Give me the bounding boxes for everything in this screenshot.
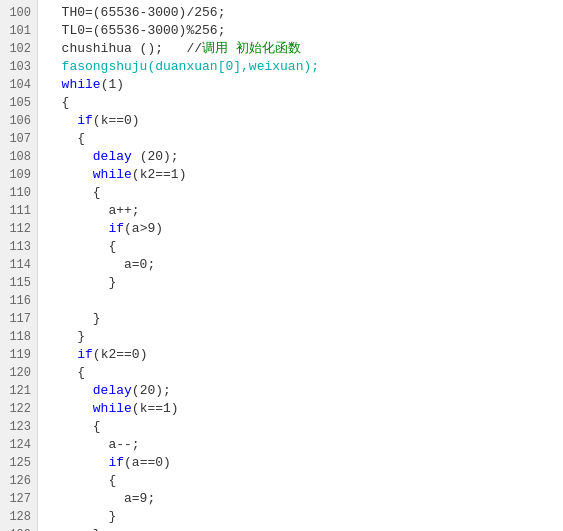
code-line: { — [46, 238, 555, 256]
token-kw: while — [93, 167, 132, 182]
token-kw: delay — [93, 383, 132, 398]
token-kw: delay — [93, 149, 132, 164]
token-nm: (k2==1) — [132, 167, 187, 182]
token-nm: { — [46, 473, 116, 488]
code-line: { — [46, 364, 555, 382]
line-number: 117 — [6, 310, 31, 328]
line-number: 111 — [6, 202, 31, 220]
line-number: 100 — [6, 4, 31, 22]
code-line: { — [46, 418, 555, 436]
line-number: 115 — [6, 274, 31, 292]
code-line: a--; — [46, 436, 555, 454]
token-nm: { — [46, 95, 69, 110]
code-line: { — [46, 130, 555, 148]
line-number: 105 — [6, 94, 31, 112]
token-nm: a=9; — [46, 491, 155, 506]
line-number: 104 — [6, 76, 31, 94]
code-line: } — [46, 526, 555, 531]
token-nm: } — [46, 329, 85, 344]
token-nm — [46, 347, 77, 362]
code-editor: 1001011021031041051061071081091101111121… — [0, 0, 563, 531]
code-line: delay(20); — [46, 382, 555, 400]
token-nm: (k2==0) — [93, 347, 148, 362]
line-number: 124 — [6, 436, 31, 454]
token-nm: (k==1) — [132, 401, 179, 416]
token-nm: (20); — [132, 149, 179, 164]
token-nm: { — [46, 185, 101, 200]
token-kw: if — [108, 221, 124, 236]
line-number: 114 — [6, 256, 31, 274]
code-line: } — [46, 328, 555, 346]
code-line: TL0=(65536-3000)%256; — [46, 22, 555, 40]
code-line: while(k2==1) — [46, 166, 555, 184]
token-nm — [46, 167, 93, 182]
code-line: fasongshuju(duanxuan[0],weixuan); — [46, 58, 555, 76]
token-nm: a++; — [46, 203, 140, 218]
token-nm: (1) — [101, 77, 124, 92]
line-number: 107 — [6, 130, 31, 148]
code-line: a=0; — [46, 256, 555, 274]
token-cm: 调用 初始化函数 — [202, 41, 301, 56]
code-line: if(k2==0) — [46, 346, 555, 364]
code-line: { — [46, 94, 555, 112]
token-nm: { — [46, 419, 101, 434]
token-kw: while — [62, 77, 101, 92]
token-fn: fasongshuju(duanxuan[0],weixuan); — [46, 59, 319, 74]
code-line: { — [46, 472, 555, 490]
line-number: 128 — [6, 508, 31, 526]
line-number: 103 — [6, 58, 31, 76]
code-line: while(1) — [46, 76, 555, 94]
code-line: chushihua (); //调用 初始化函数 — [46, 40, 555, 58]
line-number: 126 — [6, 472, 31, 490]
line-number: 122 — [6, 400, 31, 418]
line-number: 120 — [6, 364, 31, 382]
line-number: 102 — [6, 40, 31, 58]
token-nm — [46, 383, 93, 398]
token-nm: { — [46, 365, 85, 380]
token-nm — [46, 455, 108, 470]
code-line: } — [46, 508, 555, 526]
code-line: { — [46, 184, 555, 202]
code-line: } — [46, 310, 555, 328]
code-line: a++; — [46, 202, 555, 220]
code-line: while(k==1) — [46, 400, 555, 418]
line-number: 113 — [6, 238, 31, 256]
token-nm — [46, 401, 93, 416]
token-nm: a--; — [46, 437, 140, 452]
code-line: delay (20); — [46, 148, 555, 166]
token-nm: (a==0) — [124, 455, 171, 470]
line-number: 116 — [6, 292, 31, 310]
line-number-gutter: 1001011021031041051061071081091101111121… — [0, 0, 38, 531]
token-nm: a=0; — [46, 257, 155, 272]
line-number: 127 — [6, 490, 31, 508]
token-nm: (a>9) — [124, 221, 163, 236]
line-number: 121 — [6, 382, 31, 400]
line-number: 101 — [6, 22, 31, 40]
token-nm: } — [46, 509, 116, 524]
token-kw: if — [108, 455, 124, 470]
code-body[interactable]: TH0=(65536-3000)/256; TL0=(65536-3000)%2… — [38, 0, 563, 531]
line-number: 125 — [6, 454, 31, 472]
token-nm: { — [46, 131, 85, 146]
code-line — [46, 292, 555, 310]
code-line: if(a==0) — [46, 454, 555, 472]
code-line: } — [46, 274, 555, 292]
line-number: 112 — [6, 220, 31, 238]
line-number: 119 — [6, 346, 31, 364]
token-nm: (k==0) — [93, 113, 140, 128]
token-kw: if — [77, 347, 93, 362]
code-line: TH0=(65536-3000)/256; — [46, 4, 555, 22]
code-line: a=9; — [46, 490, 555, 508]
code-line: if(a>9) — [46, 220, 555, 238]
token-nm: TH0=(65536-3000)/256; — [46, 5, 225, 20]
line-number: 106 — [6, 112, 31, 130]
line-number: 109 — [6, 166, 31, 184]
token-nm: } — [46, 311, 101, 326]
token-nm — [46, 77, 62, 92]
token-nm: } — [46, 527, 101, 531]
line-number: 118 — [6, 328, 31, 346]
code-line: if(k==0) — [46, 112, 555, 130]
token-nm: chushihua (); // — [46, 41, 202, 56]
token-nm — [46, 113, 77, 128]
line-number: 108 — [6, 148, 31, 166]
